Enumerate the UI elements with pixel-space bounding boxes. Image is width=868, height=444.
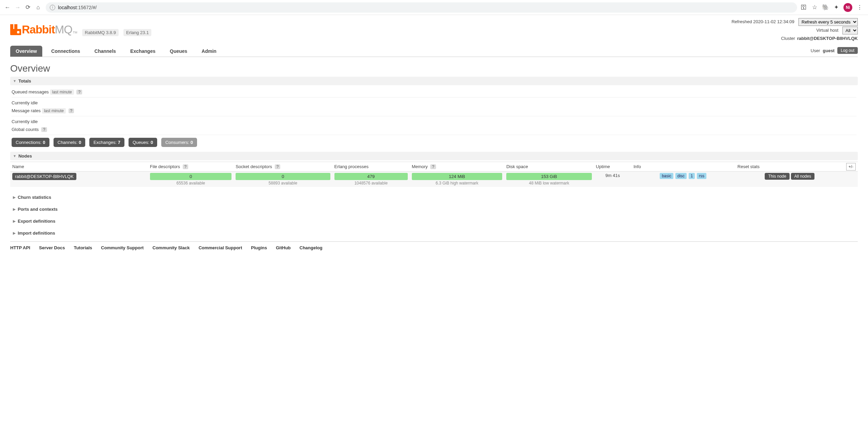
user-name: guest bbox=[823, 48, 835, 53]
refresh-interval-select[interactable]: Refresh every 5 seconds bbox=[798, 18, 858, 26]
menu-icon[interactable]: ⋮ bbox=[856, 4, 863, 11]
footer-server-docs[interactable]: Server Docs bbox=[39, 245, 65, 250]
section-churn-header[interactable]: ▶ Churn statistics bbox=[10, 193, 858, 202]
reload-icon[interactable]: ⟳ bbox=[25, 4, 31, 11]
ep-sub: 1048576 available bbox=[334, 181, 408, 186]
help-icon[interactable]: ? bbox=[76, 90, 82, 94]
evernote-icon[interactable]: 🐘 bbox=[822, 4, 829, 11]
rabbitmq-logo[interactable]: RabbitMQ TM bbox=[10, 23, 77, 36]
tag-rss[interactable]: rss bbox=[697, 173, 706, 179]
mem-sub: 6.3 GiB high watermark bbox=[412, 181, 503, 186]
page-title: Overview bbox=[10, 63, 858, 74]
tab-queues[interactable]: Queues bbox=[164, 46, 193, 57]
col-uptime: Uptime bbox=[594, 162, 631, 172]
section-nodes-header[interactable]: ▼ Nodes bbox=[10, 152, 858, 160]
tab-admin[interactable]: Admin bbox=[196, 46, 222, 57]
columns-toggle[interactable]: +/- bbox=[846, 163, 856, 171]
fd-value: 0 bbox=[150, 173, 231, 180]
col-disk: Disk space bbox=[504, 162, 594, 172]
logout-button[interactable]: Log out bbox=[837, 47, 858, 54]
footer-github[interactable]: GitHub bbox=[276, 245, 290, 250]
sd-sub: 58893 available bbox=[236, 181, 330, 186]
count-connections[interactable]: Connections: 0 bbox=[12, 138, 49, 147]
count-exchanges[interactable]: Exchanges: 7 bbox=[89, 138, 124, 147]
footer-http-api[interactable]: HTTP API bbox=[10, 245, 30, 250]
uptime-value: 9m 41s bbox=[594, 172, 631, 187]
count-queues[interactable]: Queues: 0 bbox=[129, 138, 157, 147]
mem-value: 124 MiB bbox=[412, 173, 503, 180]
help-icon[interactable]: ? bbox=[69, 108, 74, 113]
tag-basic[interactable]: basic bbox=[660, 173, 673, 179]
footer-community-slack[interactable]: Community Slack bbox=[152, 245, 190, 250]
logo-tm: TM bbox=[73, 31, 77, 36]
ep-value: 479 bbox=[334, 173, 408, 180]
col-fd: File descriptors ? bbox=[148, 162, 234, 172]
svg-rect-3 bbox=[17, 31, 19, 33]
col-name: Name bbox=[10, 162, 148, 172]
chevron-right-icon: ▶ bbox=[13, 219, 16, 223]
url-bar[interactable]: i localhost:15672/#/ bbox=[46, 2, 797, 13]
version-rabbitmq: RabbitMQ 3.8.9 bbox=[82, 29, 119, 36]
vhost-select[interactable]: All bbox=[842, 27, 858, 34]
site-info-icon[interactable]: i bbox=[50, 5, 55, 10]
help-icon[interactable]: ? bbox=[275, 164, 281, 169]
star-icon[interactable]: ☆ bbox=[811, 4, 818, 11]
reset-all-nodes-button[interactable]: All nodes bbox=[791, 173, 814, 180]
nodes-table: Name File descriptors ? Socket descripto… bbox=[10, 162, 858, 187]
disk-sub: 48 MiB low watermark bbox=[506, 181, 592, 186]
reset-this-node-button[interactable]: This node bbox=[765, 173, 790, 180]
col-mem: Memory ? bbox=[410, 162, 505, 172]
node-name-badge[interactable]: rabbit@DESKTOP-B8HVLQK bbox=[12, 173, 76, 180]
help-icon[interactable]: ? bbox=[183, 164, 189, 169]
chevron-right-icon: ▶ bbox=[13, 207, 16, 211]
footer-community-support[interactable]: Community Support bbox=[101, 245, 144, 250]
cluster-name: rabbit@DESKTOP-B8HVLQK bbox=[797, 34, 858, 43]
tag-disc[interactable]: disc bbox=[675, 173, 687, 179]
url-text: localhost:15672/#/ bbox=[58, 5, 97, 10]
col-ep: Erlang processes bbox=[332, 162, 410, 172]
queued-range[interactable]: last minute bbox=[50, 89, 74, 95]
count-channels[interactable]: Channels: 0 bbox=[54, 138, 85, 147]
queued-idle: Currently idle bbox=[12, 99, 856, 107]
section-import-header[interactable]: ▶ Import definitions bbox=[10, 229, 858, 237]
tab-connections[interactable]: Connections bbox=[46, 46, 86, 57]
tag-1[interactable]: 1 bbox=[689, 173, 695, 179]
footer-plugins[interactable]: Plugins bbox=[251, 245, 267, 250]
section-totals-header[interactable]: ▼ Totals bbox=[10, 77, 858, 85]
chevron-right-icon: ▶ bbox=[13, 195, 16, 199]
app-header: RabbitMQ TM RabbitMQ 3.8.9 Erlang 23.1 R… bbox=[10, 18, 858, 43]
node-row: rabbit@DESKTOP-B8HVLQK 065536 available … bbox=[10, 172, 858, 187]
footer-tutorials[interactable]: Tutorials bbox=[74, 245, 92, 250]
key-icon[interactable]: ⚿ bbox=[800, 4, 807, 11]
rabbitmq-logo-icon bbox=[10, 24, 21, 35]
footer-commercial-support[interactable]: Commercial Support bbox=[198, 245, 242, 250]
disk-value: 153 GiB bbox=[506, 173, 592, 180]
help-icon[interactable]: ? bbox=[430, 164, 436, 169]
section-export-header[interactable]: ▶ Export definitions bbox=[10, 217, 858, 225]
extensions-icon[interactable]: ✦ bbox=[833, 4, 840, 11]
count-consumers[interactable]: Consumers: 0 bbox=[161, 138, 197, 147]
tab-exchanges[interactable]: Exchanges bbox=[125, 46, 161, 57]
tab-channels[interactable]: Channels bbox=[89, 46, 121, 57]
refreshed-label: Refreshed 2020-11-02 12:34:09 bbox=[732, 18, 794, 26]
chevron-right-icon: ▶ bbox=[13, 231, 16, 235]
svg-rect-2 bbox=[10, 29, 21, 35]
help-icon[interactable]: ? bbox=[41, 127, 47, 132]
rates-range[interactable]: last minute bbox=[42, 108, 66, 114]
section-ports-header[interactable]: ▶ Ports and contexts bbox=[10, 205, 858, 213]
browser-actions: ⚿ ☆ 🐘 ✦ Ni ⋮ bbox=[800, 3, 865, 12]
footer-links: HTTP API Server Docs Tutorials Community… bbox=[10, 241, 858, 250]
tab-overview[interactable]: Overview bbox=[10, 46, 42, 57]
forward-icon[interactable]: → bbox=[14, 4, 21, 11]
profile-avatar[interactable]: Ni bbox=[843, 3, 852, 12]
vhost-label: Virtual host bbox=[816, 26, 838, 35]
browser-chrome: ← → ⟳ ⌂ i localhost:15672/#/ ⚿ ☆ 🐘 ✦ Ni … bbox=[0, 0, 868, 15]
back-icon[interactable]: ← bbox=[4, 4, 11, 11]
home-icon[interactable]: ⌂ bbox=[35, 4, 42, 11]
col-reset: Reset stats bbox=[735, 162, 844, 172]
chevron-down-icon: ▼ bbox=[13, 154, 16, 158]
user-label: User bbox=[811, 48, 820, 53]
footer-changelog[interactable]: Changelog bbox=[300, 245, 323, 250]
fd-sub: 65536 available bbox=[150, 181, 231, 186]
main-tabs: Overview Connections Channels Exchanges … bbox=[10, 46, 858, 57]
